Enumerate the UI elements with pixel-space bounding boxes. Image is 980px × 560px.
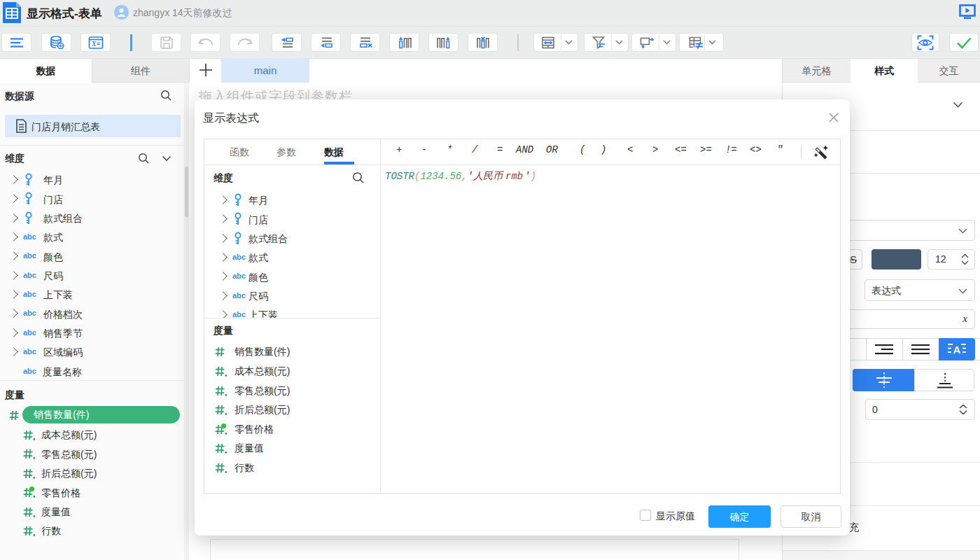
svg-text:A: A	[953, 344, 961, 356]
svg-text:X: X	[91, 41, 97, 48]
svg-text:=: =	[97, 40, 100, 47]
